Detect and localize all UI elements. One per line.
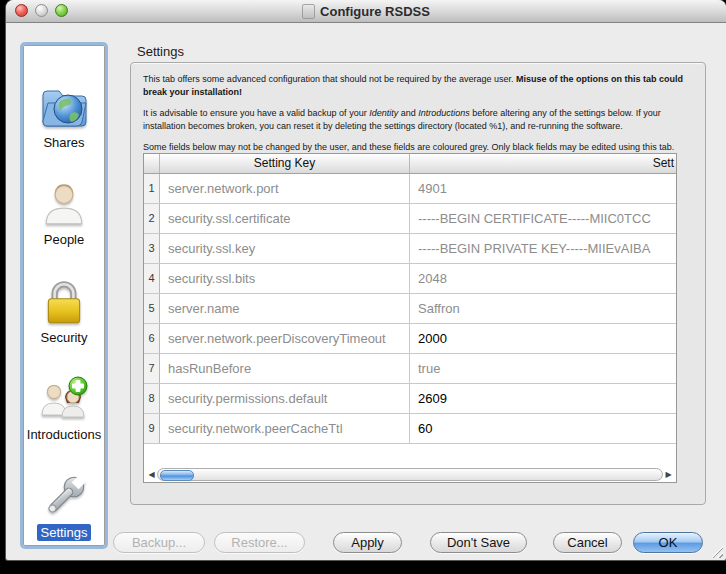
setting-key-cell: security.ssl.key [160, 234, 410, 263]
setting-value-cell[interactable]: 60 [410, 414, 676, 443]
setting-value-cell: 4901 [410, 174, 676, 203]
padlock-icon [39, 278, 89, 328]
resize-grip[interactable] [710, 545, 723, 558]
sidebar-label-introductions: Introductions [27, 426, 101, 443]
row-number: 2 [144, 204, 160, 233]
window-content: Shares People [6, 22, 726, 560]
setting-value-cell[interactable]: 2000 [410, 324, 676, 353]
setting-value-cell[interactable]: 2609 [410, 384, 676, 413]
sidebar-label-shares: Shares [43, 134, 84, 151]
table-row[interactable]: 1server.network.port4901 [144, 174, 676, 204]
setting-value-cell: Saffron [410, 294, 676, 323]
setting-key-cell: security.ssl.certificate [160, 204, 410, 233]
row-number: 8 [144, 384, 160, 413]
table-body: 1server.network.port49012security.ssl.ce… [144, 174, 676, 444]
ok-button[interactable]: OK [633, 532, 703, 553]
table-row[interactable]: 2security.ssl.certificate-----BEGIN CERT… [144, 204, 676, 234]
person-icon [39, 180, 89, 230]
setting-key-cell: server.network.peerDiscoveryTimeout [160, 324, 410, 353]
setting-value-cell: -----BEGIN PRIVATE KEY-----MIIEvAIBA [410, 234, 676, 263]
cancel-button[interactable]: Cancel [553, 532, 622, 553]
setting-key-cell: security.network.peerCacheTtl [160, 414, 410, 443]
titlebar[interactable]: Configure RSDSS [6, 0, 726, 23]
title-area: Configure RSDSS [6, 0, 726, 22]
sidebar-item-settings[interactable]: Settings [23, 443, 105, 541]
sidebar-item-people[interactable]: People [23, 151, 105, 249]
table-row[interactable]: 4security.ssl.bits2048 [144, 264, 676, 294]
sidebar-item-introductions[interactable]: Introductions [23, 346, 105, 444]
warning-text: This tab offers some advanced configurat… [131, 63, 701, 154]
settings-groupbox: This tab offers some advanced configurat… [130, 62, 706, 505]
settings-table: Setting Key Sett 1server.network.port490… [143, 153, 677, 483]
setting-value-cell: -----BEGIN CERTIFICATE-----MIIC0TCC [410, 204, 676, 233]
row-number: 9 [144, 414, 160, 443]
table-row[interactable]: 6server.network.peerDiscoveryTimeout2000 [144, 324, 676, 354]
people-add-icon [38, 375, 90, 425]
configure-rsdss-window: Configure RSDSS [6, 0, 726, 560]
table-header: Setting Key Sett [144, 154, 676, 174]
scrollbar-track[interactable] [157, 468, 663, 481]
shares-folder-globe-icon [38, 83, 90, 133]
setting-value-cell: 2048 [410, 264, 676, 293]
row-number: 1 [144, 174, 160, 203]
sidebar-item-shares[interactable]: Shares [23, 53, 105, 151]
backup-button[interactable]: Backup... [113, 532, 205, 553]
scroll-left-arrow-icon[interactable]: ◀ [146, 467, 157, 482]
horizontal-scrollbar[interactable]: ◀ ▶ [144, 466, 676, 482]
table-row[interactable]: 8security.permissions.default2609 [144, 384, 676, 414]
window-proxy-icon [302, 4, 315, 19]
window-title: Configure RSDSS [320, 4, 430, 19]
warning-paragraph-2: It is advisable to ensure you have a val… [143, 107, 691, 132]
table-row[interactable]: 3security.ssl.key-----BEGIN PRIVATE KEY-… [144, 234, 676, 264]
row-number-header [144, 154, 160, 173]
table-row[interactable]: 9security.network.peerCacheTtl60 [144, 414, 676, 444]
setting-key-cell: server.network.port [160, 174, 410, 203]
setting-value-cell: true [410, 354, 676, 383]
group-title: Settings [137, 44, 184, 59]
scrollbar-thumb[interactable] [160, 470, 194, 481]
restore-button[interactable]: Restore... [214, 532, 305, 553]
row-number: 5 [144, 294, 160, 323]
setting-key-cell: server.name [160, 294, 410, 323]
sidebar: Shares People [20, 42, 108, 549]
row-number: 6 [144, 324, 160, 353]
apply-button[interactable]: Apply [333, 532, 402, 553]
row-number: 3 [144, 234, 160, 263]
setting-key-cell: security.ssl.bits [160, 264, 410, 293]
setting-key-cell: security.permissions.default [160, 384, 410, 413]
sidebar-label-people: People [44, 231, 84, 248]
sidebar-label-settings: Settings [37, 524, 92, 541]
column-header-setting-key[interactable]: Setting Key [160, 154, 410, 173]
table-row[interactable]: 7hasRunBeforetrue [144, 354, 676, 384]
sidebar-item-security[interactable]: Security [23, 248, 105, 346]
warning-paragraph-1: This tab offers some advanced configurat… [143, 73, 691, 98]
scroll-right-arrow-icon[interactable]: ▶ [663, 467, 674, 482]
table-row[interactable]: 5server.nameSaffron [144, 294, 676, 324]
row-number: 7 [144, 354, 160, 383]
wrench-icon [38, 471, 90, 523]
sidebar-label-security: Security [41, 329, 88, 346]
column-header-setting-value[interactable]: Sett [410, 154, 676, 173]
setting-key-cell: hasRunBefore [160, 354, 410, 383]
row-number: 4 [144, 264, 160, 293]
dont-save-button[interactable]: Don't Save [430, 532, 527, 553]
